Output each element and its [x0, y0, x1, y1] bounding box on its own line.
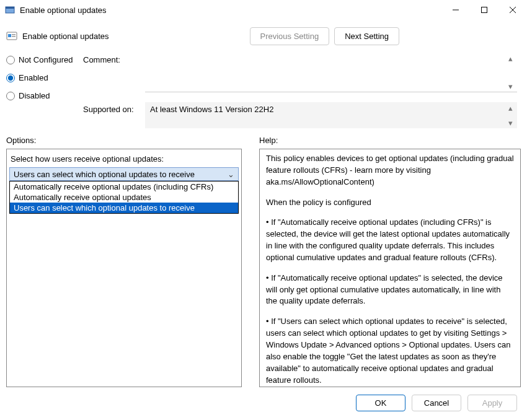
maximize-button[interactable] — [470, 0, 498, 20]
config-area: Not Configured Enabled Disabled Comment:… — [0, 50, 527, 128]
select-current-value: Users can select which optional updates … — [14, 170, 195, 179]
supported-on-box: At least Windows 11 Version 22H2 ▴ ▾ — [145, 102, 517, 128]
window-title: Enable optional updates — [20, 6, 441, 15]
supported-on-value: At least Windows 11 Version 22H2 — [145, 102, 517, 116]
optional-updates-dropdown: Automatically receive optional updates (… — [9, 181, 239, 214]
cancel-button[interactable]: Cancel — [412, 395, 461, 411]
subheader: Enable optional updates Previous Setting… — [0, 20, 527, 50]
policy-icon — [6, 31, 17, 42]
policy-name: Enable optional updates — [22, 32, 109, 41]
optional-updates-select[interactable]: Users can select which optional updates … — [9, 167, 239, 181]
minimize-button[interactable] — [441, 0, 470, 20]
radio-enabled-label: Enabled — [19, 73, 48, 82]
options-field-label: Select how users receive optional update… — [9, 153, 239, 167]
dropdown-item[interactable]: Users can select which optional updates … — [10, 203, 238, 213]
app-icon — [5, 5, 15, 15]
dropdown-item[interactable]: Automatically receive optional updates (… — [10, 182, 238, 192]
radio-not-configured[interactable]: Not Configured — [6, 55, 83, 64]
supported-on-label: Supported on: — [83, 102, 145, 114]
scroll-up-icon[interactable]: ▴ — [506, 103, 515, 112]
radio-not-configured-label: Not Configured — [19, 55, 73, 64]
radio-not-configured-input[interactable] — [6, 56, 15, 64]
policy-editor-window: Enable optional updates Enable optional … — [0, 0, 527, 420]
ok-button[interactable]: OK — [356, 395, 405, 411]
comment-label: Comment: — [83, 53, 145, 64]
help-section-label: Help: — [259, 136, 521, 145]
svg-rect-9 — [12, 36, 16, 37]
previous-setting-button[interactable]: Previous Setting — [250, 27, 330, 45]
svg-rect-8 — [12, 34, 16, 35]
scroll-down-icon[interactable]: ▾ — [506, 118, 515, 127]
help-panel: This policy enables devices to get optio… — [259, 149, 521, 387]
svg-rect-1 — [6, 7, 14, 9]
dialog-footer: OK Cancel Apply — [0, 395, 527, 420]
radio-disabled[interactable]: Disabled — [6, 91, 83, 100]
state-radios: Not Configured Enabled Disabled — [6, 53, 83, 128]
radio-disabled-label: Disabled — [19, 91, 50, 100]
help-text: • If "Automatically receive optional upd… — [266, 273, 514, 308]
help-text: When the policy is configured — [266, 197, 514, 209]
chevron-down-icon: ⌄ — [228, 170, 234, 179]
svg-rect-7 — [8, 34, 11, 37]
radio-disabled-input[interactable] — [6, 92, 15, 100]
help-text: • If "Users can select which optional up… — [266, 316, 514, 386]
options-panel: Select how users receive optional update… — [6, 149, 242, 387]
next-setting-button[interactable]: Next Setting — [334, 27, 399, 45]
window-controls — [441, 0, 527, 20]
titlebar: Enable optional updates — [0, 0, 527, 20]
apply-button[interactable]: Apply — [467, 395, 517, 411]
radio-enabled[interactable]: Enabled — [6, 73, 83, 82]
scroll-up-icon[interactable]: ▴ — [506, 54, 515, 63]
scroll-down-icon[interactable]: ▾ — [506, 82, 515, 90]
comment-input[interactable]: ▴ ▾ — [145, 53, 517, 92]
options-section-label: Options: — [6, 136, 242, 145]
help-text: • If "Automatically receive optional upd… — [266, 217, 514, 263]
radio-enabled-input[interactable] — [6, 74, 15, 82]
close-button[interactable] — [498, 0, 527, 20]
svg-rect-3 — [482, 7, 487, 13]
dropdown-item[interactable]: Automatically receive optional updates — [10, 192, 238, 203]
help-text: This policy enables devices to get optio… — [266, 153, 514, 188]
